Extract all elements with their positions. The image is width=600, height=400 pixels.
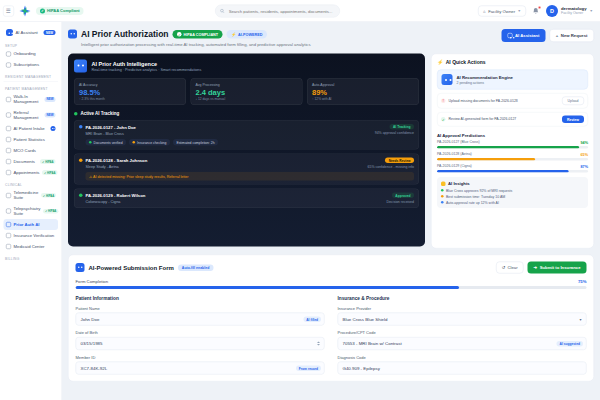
sidebar-item-walkin-management[interactable]: Walk-In Management NEW [4,92,59,108]
page-title-block: AI Prior Authorization ✓ HIPAA COMPLIANT… [68,29,311,47]
status-badge: Approved [392,193,414,199]
sidebar-item-ai-patient-intake[interactable]: AI Patient Intake [4,123,59,134]
sidebar-item-medicaid-center[interactable]: Medicaid Center [4,241,59,252]
onboarding-icon [6,52,11,57]
review-button[interactable]: Review [562,116,584,124]
tracking-card-john-doe[interactable]: PA-2026-0127 - John Doe AI Tracking MRI … [74,120,419,150]
patient-name-field[interactable]: John Doe AI filled [76,313,325,326]
status-dot-icon [79,125,83,129]
tag-estimated-completion: Estimated completion: 2h [173,139,218,146]
medicaid-icon [6,244,11,249]
progress-fill [437,146,579,149]
ai-sparkle-icon [51,126,56,131]
search-input[interactable] [228,8,335,14]
submit-to-insurance-button[interactable]: ➔ Submit to Insurance [528,262,587,274]
zap-icon: ⚡ [437,60,443,66]
app-root: ☰ ✓ HIPAA Compliant ⌂ Facility Owner ▼ [0,0,600,400]
case-detail: Sleep Study - Aetna [86,165,119,170]
chevron-down-icon: ▼ [590,9,593,13]
hipaa-badge: HIPAA [42,170,57,175]
completion-percent: 75% [578,279,587,284]
quick-actions-header: ⚡ AI Quick Actions [437,60,588,66]
hipaa-badge: HIPAA [43,209,58,214]
date-of-birth-field[interactable]: 03/15/1985 [76,337,325,350]
robot-icon [507,33,512,38]
upload-button[interactable]: Upload [562,97,584,106]
status-dot-icon [79,159,83,163]
member-id-field[interactable]: XC7-84K-92L From record [76,362,325,375]
ai-quick-actions-panel: ⚡ AI Quick Actions AI Recommendation Eng… [431,54,594,249]
sidebar-item-patient-statistics[interactable]: Patient Statistics [4,134,59,145]
sidebar-item-documents[interactable]: Documents HIPAA [4,156,59,167]
topbar: ☰ ✓ HIPAA Compliant ⌂ Facility Owner ▼ [0,0,600,22]
prediction-aetna: PA-2026-0128 (Aetna) 65% [437,152,588,161]
ai-insights-card: AI Insights Blue Cross approves 92% of M… [437,177,588,208]
clear-button[interactable]: ↺ Clear [496,262,524,274]
progress-fill [437,170,568,173]
building-icon: ⌂ [483,8,486,13]
patient-section-title: Patient Information [76,296,325,302]
chevron-down-icon: ▼ [518,9,521,13]
engine-title: AI Recommendation Engine [457,75,513,80]
global-search[interactable] [215,4,340,17]
notification-dot [538,6,541,9]
divider [4,82,59,83]
alert-icon: ! [441,99,446,104]
case-id: PA-2026-0128 - Sarah Johnson [86,158,148,163]
tracking-card-sarah-johnson[interactable]: PA-2026-0128 - Sarah Johnson Needs Revie… [74,154,419,185]
user-menu[interactable]: D dermatology Facility Owner ▼ [546,5,593,17]
robot-icon [76,263,85,272]
check-circle-icon: ✓ [441,117,446,122]
hipaa-compliant-badge: ✓ HIPAA Compliant [36,7,84,15]
diagnosis-code-field[interactable]: G40.909 - Epilepsy [338,362,587,375]
sidebar-item-appointments[interactable]: Appointments HIPAA [4,167,59,178]
progress-fill [76,286,459,289]
sidebar-item-telemedicine-suite[interactable]: Telemedicine Suite HIPAA [4,188,59,204]
insurance-procedure-column: Insurance & Procedure Insurance Provider… [338,296,587,375]
case-note: Decision received [386,200,414,205]
sidebar-item-mco-cards[interactable]: MCO Cards [4,145,59,156]
tag-documents-verified: Documents verified [86,139,127,146]
active-tracking-header: Active AI Tracking [74,111,419,116]
hipaa-badge: HIPAA [41,193,56,198]
sidebar-item-ai-assistant[interactable]: AI Assistant NEW [4,26,59,39]
ai-filled-badge: AI filled [303,316,321,322]
robot-icon [68,30,77,39]
ai-assistant-button[interactable]: AI Assistant [501,29,545,42]
new-request-button[interactable]: + New Request [549,29,594,42]
tracking-card-robert-wilson[interactable]: PA-2026-0129 - Robert Wilson Approved Co… [74,189,419,209]
status-badge: Needs Review [385,158,414,164]
ai-intelligence-panel: AI Prior Auth Intelligence Real-time tra… [68,54,425,247]
menu-toggle-button[interactable]: ☰ [3,5,14,16]
notifications-bell[interactable] [532,7,540,15]
sidebar-item-referral-management[interactable]: Referral Management NEW [4,107,59,123]
new-badge: NEW [45,113,56,118]
ai-suggested-badge: AI suggested [557,341,583,347]
patient-information-column: Patient Information Patient Name John Do… [76,296,325,375]
new-badge: NEW [44,30,56,35]
calendar-icon [6,170,11,175]
submission-form-panel: AI-Powered Submission Form Auto-fill ena… [68,255,594,382]
search-icon [220,8,225,13]
sidebar-item-subscriptions[interactable]: Subscriptions [4,60,59,71]
insight-item: Blue Cross approves 92% of MRI requests [441,189,584,193]
progress-fill [437,158,535,161]
sidebar-item-telepsychiatry-suite[interactable]: Telepsychiatry Suite HIPAA [4,203,59,219]
page-header: AI Prior Authorization ✓ HIPAA COMPLIANT… [68,29,594,47]
robot-icon [442,74,453,85]
app-logo [19,5,31,17]
form-completion-row: Form Completion 75% [76,279,587,284]
recommendation-engine-card: AI Recommendation Engine 2 pending actio… [437,70,588,90]
stepper-icon[interactable] [317,342,320,346]
sidebar-item-onboarding[interactable]: Onboarding [4,49,59,60]
facility-owner-dropdown[interactable]: ⌂ Facility Owner ▼ [478,5,526,16]
main-content: AI Prior Authorization ✓ HIPAA COMPLIANT… [62,22,600,400]
insurance-provider-select[interactable]: Blue Cross Blue Shield ▾ [338,313,587,326]
sidebar-item-insurance-verification[interactable]: Insurance Verification [4,230,59,241]
shield-icon [6,233,11,238]
pulse-dot-icon [74,112,78,116]
cpt-code-field[interactable]: 70553 - MRI Brain w/ Contrast AI suggest… [338,337,587,350]
sidebar-item-prior-auth-ai[interactable]: Prior Auth AI [4,219,59,230]
case-tags: Documents verified Insurance checking Es… [79,139,414,146]
case-note: 65% confidence - missing info [368,165,415,170]
